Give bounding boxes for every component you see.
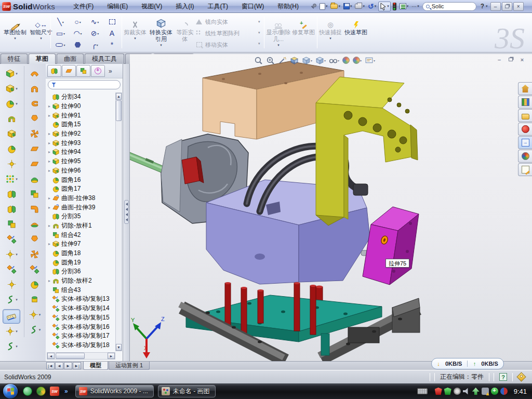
feat-tool-star-14[interactable] [7,277,17,292]
feat-tool-star-12[interactable]: ▾ [5,247,18,262]
tree-item[interactable]: ▸切除-放样1 [47,221,115,231]
rapid-sketch-button[interactable]: 快速草图 [344,15,368,50]
help-button[interactable]: ?▾ [478,2,489,11]
tree-item[interactable]: ▸曲面-拉伸38 [47,194,115,203]
feat-tool-extrude2-1[interactable]: ▾ [5,81,18,96]
tree-item[interactable]: ▸拉伸90 [47,102,115,111]
quicklaunch-media-player-icon[interactable] [36,387,46,396]
model-core-block[interactable] [206,180,374,284]
tree-item[interactable]: ▸曲面-拉伸39 [47,203,115,212]
tree-item[interactable]: 实体-移动/复制17 [47,331,115,341]
model-side-insert[interactable] [363,207,419,285]
tray-green-shield-icon[interactable] [444,388,451,395]
doc-restore-button[interactable] [505,56,516,63]
taskpane-appearances-button[interactable] [518,150,532,163]
tab-模具工具[interactable]: 模具工具 [85,54,124,64]
tree-horizontal-scrollbar[interactable]: ◄ ► [47,352,115,360]
menu-item-6[interactable]: 帮助(H) [271,1,305,12]
mold-tool-or-vase-3[interactable] [30,111,39,126]
tree-item[interactable]: ▸切除-放样2 [47,276,115,286]
mag-view-button[interactable] [252,55,264,65]
doc-tab-1[interactable]: 运动算例 1 [109,362,150,370]
tree-item[interactable]: 圆角17 [47,184,115,194]
arc-tool[interactable]: ◠▾ [69,28,86,39]
selection-box-tool[interactable] [103,16,121,28]
tray-shield-plus-icon[interactable] [491,388,498,395]
model-canvas[interactable]: Y Z X [130,54,532,361]
taskbar-task-1[interactable]: 未命名 - 画图 [158,385,216,397]
mold-tool-or-boot-7[interactable] [30,171,39,187]
panel-splitter[interactable] [123,64,130,361]
expand-arrow-icon[interactable]: ▸ [47,223,52,228]
new-file-button[interactable]: ▾ [318,2,329,11]
graphics-viewport[interactable]: Y Z X ▾▾▾▾▾ – × 拉伸75 [130,54,532,361]
feat-tool-fillet-2[interactable]: ▾ [5,96,18,111]
tab-property-manager[interactable] [62,65,76,77]
tray-blue-red-icon[interactable] [500,388,508,395]
feat-tool-dots-7[interactable]: ▾ [5,171,18,187]
section-view-button[interactable] [288,55,300,65]
expand-arrow-icon[interactable]: ▸ [47,113,52,118]
quick-launch-overflow[interactable]: » [64,388,68,395]
mold-tool-swirl-17[interactable]: ▾ [29,322,41,337]
mold-tool-or-c-2[interactable] [30,96,39,111]
expand-arrow-icon[interactable]: ▸ [47,196,52,201]
expand-arrow-icon[interactable]: ▸ [47,205,52,210]
convert-entities-button[interactable]: 转换实体引用▾ [148,15,175,50]
menu-item-4[interactable]: 工具(T) [201,1,235,12]
tray-up-arrow-icon[interactable] [472,388,480,395]
tree-item[interactable]: 圆角15 [47,120,115,129]
menu-item-0[interactable]: 文件(F) [66,1,100,12]
ball-view-button[interactable] [341,55,351,65]
tab-特征[interactable]: 特征 [1,54,28,64]
cube-view-button[interactable]: ▾ [314,55,327,65]
mold-tool-combine-8[interactable] [30,187,39,202]
mold-tool-or-pin-12[interactable] [30,247,39,262]
tree-item[interactable]: 实体-移动/复制13 [47,295,115,304]
tab-dimxpert-manager[interactable] [91,65,105,77]
tag-icon[interactable] [516,372,526,381]
expand-arrow-icon[interactable]: ▸ [47,131,52,136]
taskpane-view-palette-button[interactable] [518,136,532,149]
tree-item[interactable]: 分割36 [47,267,115,276]
expand-arrow-icon[interactable]: ▸ [47,242,52,246]
menu-item-5[interactable]: 窗口(W) [235,1,271,12]
tree-item[interactable]: 实体-移动/复制14 [47,304,115,313]
mold-tool-or-dome-10[interactable] [30,217,39,232]
mold-tool-star-16[interactable]: ▾ [29,307,41,322]
feat-tool-fillet-5[interactable] [7,141,17,156]
feat-tool-combine-10[interactable] [7,217,17,232]
doc-close-button[interactable]: × [516,56,528,63]
mold-tool-or-rect-6[interactable] [30,156,39,171]
tab-feature-manager[interactable] [47,65,61,77]
point-tool[interactable]: * [103,39,121,50]
sketch-fillet-tool[interactable]: ╭▾ [86,39,103,50]
expand-arrow-icon[interactable]: ▸ [47,168,52,173]
linear-pattern-button[interactable]: 线性草图阵列 [195,28,257,39]
panel-collapse-handle[interactable] [124,200,129,224]
quick-snaps-button[interactable]: ◎ 快速捕捉▾ [319,15,342,50]
wand-view-button[interactable] [276,55,288,65]
taskbar-task-0[interactable]: SWSolidWorks 2009 - ... [75,385,154,397]
rebuild-lights-icon[interactable] [392,2,397,11]
display-delete-relations-button[interactable]: 显示/删除几...▾ [266,15,291,50]
taskpane-design-library-button[interactable] [518,96,532,109]
expand-arrow-icon[interactable]: ▸ [47,150,52,154]
tree-item[interactable]: 实体-移动/复制15 [47,313,115,323]
tree-item[interactable]: 圆角19 [47,258,115,267]
slot-tool[interactable]: ▾ [52,39,69,50]
model-clamp-bracket[interactable] [316,77,418,225]
mold-tool-or-arch-1[interactable] [30,81,39,96]
tab-nav-1[interactable]: ◄ [55,362,63,369]
cube-view-button[interactable]: ▾ [300,55,314,65]
quicklaunch-solidworks-icon[interactable]: SW [50,387,59,396]
keyboard-layout-icon[interactable] [417,388,428,394]
mold-tool-or-elbow-9[interactable] [30,202,39,217]
mold-tool-or-cyl-15[interactable] [30,292,39,307]
tree-item[interactable]: 分割34 [47,92,115,102]
taskpane-sw-resources-button[interactable] [518,123,532,136]
menu-item-2[interactable]: 视图(V) [135,1,169,12]
circle-tool[interactable]: ○▾ [69,16,86,28]
rectangle-tool[interactable]: ▭▾ [52,28,69,39]
ellipse-tool[interactable]: ⊘▾ [86,28,103,39]
